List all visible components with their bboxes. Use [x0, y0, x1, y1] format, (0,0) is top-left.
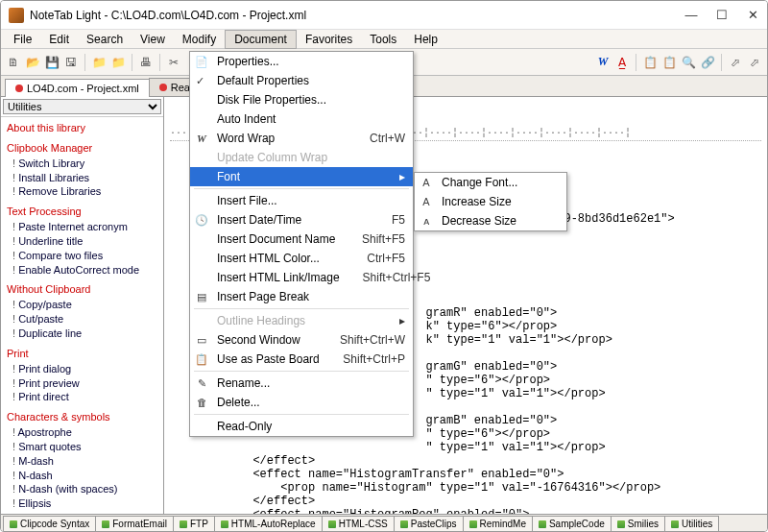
- library-tab-label: Smilies: [628, 519, 659, 529]
- menu-tools[interactable]: Tools: [361, 31, 405, 48]
- library-tab[interactable]: HTML-CSS: [322, 516, 395, 532]
- menu-item[interactable]: Insert HTML Color...Ctrl+F5: [190, 249, 413, 268]
- cut-icon[interactable]: ✂: [165, 54, 182, 71]
- library-tab[interactable]: FormatEmail: [95, 516, 174, 532]
- menu-shortcut: F5: [392, 213, 405, 227]
- folder2-icon[interactable]: 📁: [109, 54, 127, 71]
- menu-icon: W: [194, 133, 209, 144]
- sidebar-item[interactable]: Duplicate line: [7, 326, 157, 341]
- library-tab[interactable]: PasteClips: [394, 516, 464, 532]
- library-selector[interactable]: Utilities: [3, 99, 161, 114]
- find-icon[interactable]: 🔍: [680, 54, 697, 71]
- library-tab[interactable]: Smilies: [611, 516, 665, 532]
- sidebar-item[interactable]: Ellipsis: [7, 496, 157, 511]
- menu-item[interactable]: ✓Default Properties: [190, 71, 413, 90]
- open-icon[interactable]: 📂: [24, 54, 41, 71]
- sidebar-item[interactable]: Print dialog: [7, 362, 157, 376]
- menu-modify[interactable]: Modify: [174, 31, 225, 48]
- check-icon: ✓: [196, 75, 204, 87]
- minimize-button[interactable]: —: [684, 9, 698, 22]
- sidebar-item[interactable]: Enable AutoCorrect mode: [7, 263, 157, 278]
- menu-label: Insert Document Name: [217, 232, 339, 246]
- menu-label: Insert HTML Color...: [217, 252, 344, 265]
- menu-edit[interactable]: Edit: [40, 31, 78, 48]
- menu-item[interactable]: AChange Font...: [415, 173, 566, 192]
- menu-label: Default Properties: [217, 74, 405, 87]
- sidebar-item[interactable]: Diacritic letter: [7, 511, 157, 514]
- menu-item[interactable]: WWord WrapCtrl+W: [190, 129, 413, 148]
- tab[interactable]: LO4D.com - Project.xml: [5, 79, 150, 97]
- menu-item[interactable]: Read-Only: [190, 417, 413, 436]
- modified-icon: [159, 84, 167, 91]
- menu-item[interactable]: 📋Use as Paste BoardShift+Ctrl+P: [190, 350, 413, 369]
- menu-label: Increase Size: [442, 195, 559, 208]
- print-icon[interactable]: 🖶: [137, 54, 155, 71]
- menu-item[interactable]: Insert HTML Link/ImageShift+Ctrl+F5: [190, 268, 413, 287]
- font-icon[interactable]: A̲: [613, 54, 631, 71]
- sidebar-header: Characters & symbols: [7, 410, 157, 424]
- tool2-icon[interactable]: ⬀: [746, 54, 763, 71]
- saveall-icon[interactable]: 🖫: [62, 54, 80, 71]
- menu-label: Decrease Size: [442, 214, 559, 228]
- sidebar-item[interactable]: Copy/paste: [7, 298, 157, 312]
- sidebar-item[interactable]: Apostrophe: [7, 425, 157, 440]
- sidebar-item[interactable]: Smart quotes: [7, 440, 157, 454]
- menu-label: Change Font...: [442, 176, 559, 189]
- sidebar-item[interactable]: M-dash: [7, 454, 157, 469]
- library-tab[interactable]: SampleCode: [532, 516, 612, 532]
- menu-item[interactable]: Insert File...: [190, 191, 413, 210]
- sidebar-item[interactable]: Compare two files: [7, 249, 157, 263]
- menu-icon: 📄: [194, 56, 209, 68]
- sidebar-item[interactable]: Print preview: [7, 376, 157, 391]
- menu-document[interactable]: Document: [225, 30, 297, 49]
- menu-item[interactable]: 🕓Insert Date/TimeF5: [190, 210, 413, 230]
- library-tab[interactable]: FTP: [173, 516, 215, 532]
- menu-item[interactable]: Font▸: [190, 167, 413, 186]
- menu-item[interactable]: ✎Rename...: [190, 374, 413, 393]
- library-tab[interactable]: Utilities: [664, 516, 719, 532]
- sidebar-item[interactable]: Underline title: [7, 234, 157, 249]
- book-icon: [102, 520, 109, 528]
- sidebar-item[interactable]: Switch Library: [7, 157, 157, 171]
- menu-help[interactable]: Help: [405, 31, 446, 48]
- menu-label: Insert File...: [217, 194, 405, 207]
- menu-item[interactable]: AIncrease Size: [415, 192, 566, 211]
- tool1-icon[interactable]: ⬀: [727, 54, 744, 71]
- menu-item[interactable]: 🗑Delete...: [190, 393, 413, 412]
- library-tab[interactable]: RemindMe: [463, 516, 533, 532]
- sidebar-item[interactable]: Remove Libraries: [7, 184, 157, 199]
- paste2-icon[interactable]: 📋: [660, 54, 678, 71]
- menu-label: Outline Headings: [217, 314, 382, 327]
- library-tab-label: RemindMe: [480, 519, 526, 529]
- copy2-icon[interactable]: 📋: [641, 54, 659, 71]
- menu-item[interactable]: Disk File Properties...: [190, 90, 413, 109]
- sidebar-item[interactable]: N-dash: [7, 469, 157, 483]
- sidebar-item[interactable]: Install Libraries: [7, 171, 157, 185]
- sidebar-item[interactable]: Cut/paste: [7, 312, 157, 326]
- menu-search[interactable]: Search: [78, 31, 132, 48]
- wordwrap-icon[interactable]: W: [594, 54, 612, 71]
- menu-label: Word Wrap: [217, 132, 347, 145]
- sidebar-item[interactable]: Paste Internet acronym: [7, 220, 157, 234]
- new-icon[interactable]: 🗎: [5, 54, 22, 71]
- library-tab[interactable]: HTML-AutoReplace: [214, 516, 323, 532]
- menu-item[interactable]: ▤Insert Page Break: [190, 287, 413, 306]
- library-tab[interactable]: Clipcode Syntax: [3, 516, 96, 532]
- save-icon[interactable]: 💾: [43, 54, 60, 71]
- menu-view[interactable]: View: [132, 31, 174, 48]
- menu-item[interactable]: ▭Second WindowShift+Ctrl+W: [190, 330, 413, 350]
- link-icon[interactable]: 🔗: [699, 54, 716, 71]
- library-tab-label: HTML-AutoReplace: [231, 519, 316, 529]
- menu-item[interactable]: Auto Indent: [190, 109, 413, 129]
- menu-label: Insert HTML Link/Image: [217, 271, 340, 284]
- sidebar-item[interactable]: N-dash (with spaces): [7, 482, 157, 496]
- menu-item[interactable]: Insert Document NameShift+F5: [190, 230, 413, 249]
- close-button[interactable]: ✕: [746, 9, 759, 22]
- menu-item[interactable]: 📄Properties...: [190, 52, 413, 71]
- menu-favorites[interactable]: Favorites: [297, 31, 361, 48]
- sidebar-item[interactable]: Print direct: [7, 390, 157, 404]
- folder-icon[interactable]: 📁: [90, 54, 108, 71]
- menu-item[interactable]: ᴀDecrease Size: [415, 211, 566, 230]
- menu-file[interactable]: File: [5, 31, 40, 48]
- maximize-button[interactable]: ☐: [715, 9, 729, 22]
